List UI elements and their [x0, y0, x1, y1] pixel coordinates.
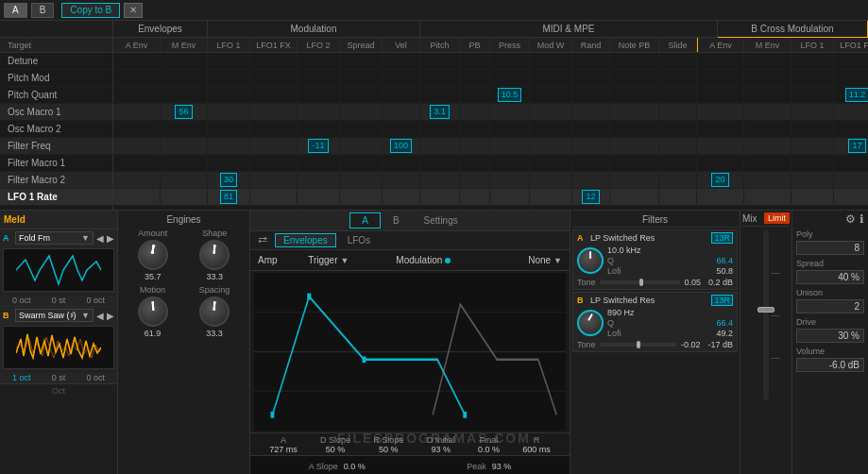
trigger-dropdown-icon[interactable]: ▼: [341, 256, 349, 265]
tab-a[interactable]: A: [4, 3, 27, 18]
meld-header: Meld: [0, 211, 117, 229]
voice-b-prev-btn[interactable]: ◀: [96, 311, 104, 321]
filter-a-tone-slider[interactable]: [600, 280, 681, 284]
col-vel: Vel: [383, 38, 420, 52]
spacing-knob[interactable]: [199, 296, 230, 327]
voice-a-oct: 0 oct: [12, 296, 31, 305]
copy-to-b-button[interactable]: Copy to B: [61, 3, 120, 18]
envelope-display: [254, 273, 566, 431]
filter-b-knob[interactable]: [577, 310, 604, 336]
spacing-knob-group: Spacing 33.3: [199, 285, 230, 338]
tab-b[interactable]: B: [31, 3, 55, 18]
unison-section: Unison 2: [796, 288, 864, 313]
filter-a-q-label: Q: [607, 256, 614, 265]
volume-section: Volume -6.0 dB: [796, 347, 864, 372]
drive-section: Drive 30 %: [796, 317, 864, 343]
voice-b-oct: 1 oct: [12, 373, 31, 382]
filter-a-freq-row: 10.0 kHz: [607, 245, 733, 255]
amount-knob-group: Amount 35.7: [138, 229, 168, 281]
cell-filterfreq-lfo2: -11: [308, 139, 328, 153]
filter-b-tone-slider[interactable]: [600, 343, 677, 347]
cell-filterfreq-vel: 100: [390, 139, 412, 153]
col-lfo1fx: LFO1 FX: [250, 38, 298, 52]
shape-knob-group: Shape 33.3: [199, 229, 230, 281]
filter-a-letter: A: [577, 233, 587, 243]
filter-b-q-val: 66.4: [716, 318, 733, 328]
motion-knob-group: Motion 61.9: [138, 285, 168, 338]
filter-a-lofi-val: 50.8: [716, 266, 733, 276]
mix-panel: Mix Limit: [740, 211, 792, 474]
table-row[interactable]: Osc Macro 2: [0, 121, 868, 138]
info-icon[interactable]: ℹ: [859, 212, 864, 226]
none-dropdown-icon[interactable]: ▼: [553, 256, 562, 265]
right-icons-row: ⚙ ℹ: [796, 212, 864, 226]
mix-title: Mix: [742, 213, 757, 224]
col-slide: Slide: [659, 38, 697, 52]
cell-lfo1rate-lfo1: 81: [220, 190, 237, 204]
filter-a-lofi-label: Lofi: [607, 266, 621, 276]
spread-value: 40 %: [796, 270, 864, 284]
col-b-m-env: M Env: [744, 38, 791, 52]
voice-b-params: 1 oct 0 st 0 oct: [0, 371, 117, 383]
envelopes-tab[interactable]: Envelopes: [275, 233, 336, 247]
amount-knob[interactable]: [138, 240, 168, 270]
voice-a-preset-dropdown[interactable]: Fold Fm ▼: [15, 231, 94, 245]
filter-b-label-row: B LP Switched Res 13R: [577, 295, 733, 306]
filter-b-tone-thumb: [637, 341, 640, 348]
tab-b-center[interactable]: B: [381, 212, 412, 229]
voice-a-next-btn[interactable]: ▶: [107, 233, 114, 244]
table-row[interactable]: Osc Macro 1 56 3.1: [0, 104, 868, 121]
voice-b-next-btn[interactable]: ▶: [107, 311, 114, 321]
filter-a-tone-val: 0.05: [684, 278, 701, 287]
param-peak: Peak 93 %: [467, 460, 511, 471]
voice-a-prev-btn[interactable]: ◀: [96, 233, 104, 244]
tab-a-center[interactable]: A: [349, 212, 381, 229]
voice-a-params: 0 oct 0 st 0 oct: [0, 294, 117, 306]
mix-fader-thumb[interactable]: [757, 307, 774, 313]
shape-knob[interactable]: [199, 240, 230, 270]
tab-settings-center[interactable]: Settings: [412, 212, 470, 229]
close-button[interactable]: ✕: [124, 3, 143, 18]
filter-b-details: 890 Hz Q 66.4 Lofi 49.2: [607, 308, 733, 338]
section-midi-mpe: MIDI & MPE: [420, 21, 718, 38]
drive-value: 30 %: [796, 329, 864, 343]
mix-fader-track[interactable]: [763, 230, 769, 400]
table-row[interactable]: Pitch Mod: [0, 70, 868, 87]
motion-knob[interactable]: [138, 296, 168, 327]
cell-filtermacro2-lfo1: 30: [220, 173, 237, 187]
voice-b-preset-dropdown[interactable]: Swarm Saw (♯) ▼: [15, 309, 94, 322]
filter-a-knob[interactable]: [577, 247, 604, 274]
lfos-tab[interactable]: LFOs: [340, 234, 378, 246]
cell-osc1-menv: 56: [175, 105, 192, 119]
center-tabs: A B Settings: [250, 211, 570, 231]
filter-a-tone-row: Tone 0.05 0.2 dB: [577, 278, 733, 287]
table-row[interactable]: LFO 1 Rate 81 12: [0, 189, 868, 206]
table-row[interactable]: Pitch Quant 10.5 11.2: [0, 87, 868, 104]
filter-a-freq: 10.0 kHz: [607, 245, 641, 255]
col-mod-w: Mod W: [530, 38, 572, 52]
voice-a-waveform: [16, 252, 101, 288]
filter-a-block: A LP Switched Res 13R 10.0 kHz Q 66: [572, 229, 738, 290]
settings-icon[interactable]: ⚙: [845, 212, 856, 226]
filter-b-tone-label: Tone: [577, 340, 596, 349]
envelope-params-2: A Slope 0.0 % Peak 93 %: [250, 455, 570, 474]
amp-label: Amp: [258, 255, 278, 265]
spacing-value: 33.3: [199, 329, 230, 338]
col-spread: Spread: [340, 38, 383, 52]
table-row[interactable]: Filter Freq -11 100 17: [0, 138, 868, 155]
amount-label: Amount: [138, 229, 168, 238]
spacing-label: Spacing: [199, 285, 230, 295]
none-label: None: [528, 255, 551, 265]
col-target: Target: [8, 38, 32, 52]
filter-b-lofi-val: 49.2: [716, 329, 733, 338]
filter-b-db-val: -17 dB: [707, 340, 733, 349]
table-row[interactable]: Detune: [0, 53, 868, 70]
limit-button[interactable]: Limit: [764, 212, 790, 224]
voice-b-label: B: [3, 311, 12, 320]
col-pitch: Pitch: [420, 38, 460, 52]
motion-label: Motion: [138, 285, 168, 295]
col-b-lfo1: LFO 1: [791, 38, 834, 52]
col-b-a-env: A Env: [697, 38, 744, 52]
table-row[interactable]: Filter Macro 2 30 20: [0, 172, 868, 189]
table-row[interactable]: Filter Macro 1: [0, 155, 868, 172]
